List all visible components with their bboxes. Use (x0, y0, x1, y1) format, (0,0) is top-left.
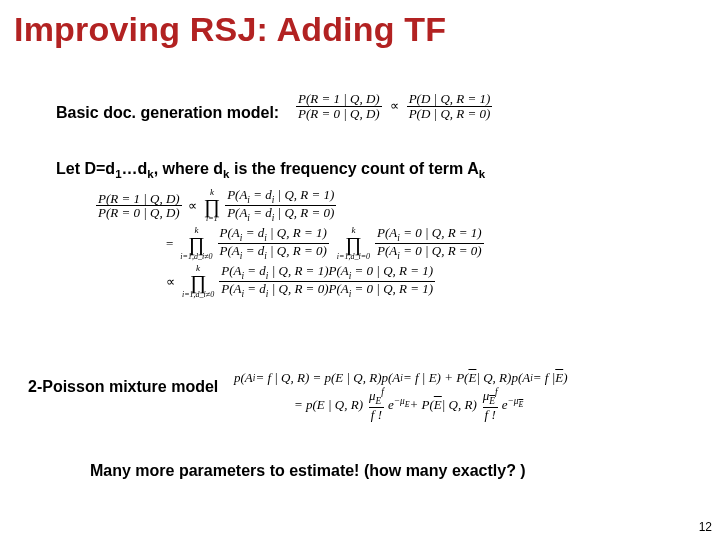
basic-model-label: Basic doc. generation model: (56, 104, 279, 122)
m3-ebar2: E (434, 397, 442, 413)
m2-prod2a: k ∏ i=1,d_i≠0 (180, 226, 212, 261)
m2-r2a-den: P(Ai = di | Q, R = 0) (218, 243, 329, 261)
m3-after: | Q, R) (442, 397, 477, 413)
m2-lhs-num: P(R = 1 | Q, D) (96, 192, 182, 206)
m3-row1: p(Ai = f | Q, R) = p(E | Q, R)p(Ai = f |… (234, 370, 568, 386)
math-basic-model: P(R = 1 | Q, D) P(R = 0 | Q, D) ∝ P(D | … (294, 92, 494, 120)
m3-e1: e−μE (388, 396, 410, 413)
m2-prod1-bot: i=1 (206, 215, 218, 223)
m2-lhs-den: P(R = 0 | Q, D) (96, 205, 182, 220)
m2-prod2a-bot: i=1,d_i≠0 (180, 253, 212, 261)
conclusion-label: Many more parameters to estimate! (how m… (90, 462, 526, 480)
mixture-label: 2-Poisson mixture model (28, 378, 218, 396)
m1-den1: P(R = 0 | Q, D) (296, 106, 382, 121)
m1-num1: P(R = 1 | Q, D) (296, 92, 382, 106)
m2-prop3: ∝ (166, 274, 175, 290)
m2-prod2b-bot: i=1,d_i=0 (337, 253, 370, 261)
let-d-subk3: k (479, 168, 485, 180)
m2-row3: ∝ k ∏ i=1,d_i≠0 P(Ai = di | Q, R = 1)P(A… (162, 264, 486, 300)
product-symbol-1: ∏ (204, 197, 220, 215)
m2-r1-num: P(Ai = di | Q, R = 1) (225, 188, 336, 205)
m2-r2b-num: P(Ai = 0 | Q, R = 1) (375, 226, 484, 243)
m2-r3-num: P(Ai = di | Q, R = 1)P(Ai = 0 | Q, R = 1… (219, 264, 435, 281)
product-symbol-2: ∏ (188, 235, 204, 253)
let-d-part1: Let D=d (56, 160, 115, 177)
prop-symbol: ∝ (390, 98, 399, 114)
product-symbol-4: ∏ (190, 273, 206, 291)
m2-prod3: k ∏ i=1,d_i≠0 (182, 264, 214, 299)
m3-f1-num: μEf (367, 388, 386, 407)
m2-r2b-den: P(Ai = 0 | Q, R = 0) (375, 243, 484, 261)
let-d-label: Let D=d1…dk, where dk is the frequency c… (56, 160, 485, 180)
let-d-mid1: …d (122, 160, 148, 177)
m2-row1: P(R = 1 | Q, D) P(R = 0 | Q, D) ∝ k ∏ i=… (94, 188, 486, 224)
m2-r1-den: P(Ai = di | Q, R = 0) (225, 205, 336, 223)
m3-f1-den: f ! (369, 407, 384, 422)
math-derivation: P(R = 1 | Q, D) P(R = 0 | Q, D) ∝ k ∏ i=… (94, 186, 486, 301)
slide: Improving RSJ: Adding TF Basic doc. gene… (0, 0, 720, 540)
let-d-mid2: , where d (154, 160, 223, 177)
m2-prod1: k ∏ i=1 (204, 188, 220, 223)
m3-e2: e−μE (502, 396, 524, 413)
m2-prod2b: k ∏ i=1,d_i=0 (337, 226, 370, 261)
m2-r3-den: P(Ai = di | Q, R = 0)P(Ai = 0 | Q, R = 1… (219, 281, 435, 299)
slide-title: Improving RSJ: Adding TF (14, 10, 446, 49)
m2-row2: = k ∏ i=1,d_i≠0 P(Ai = di | Q, R = 1) P(… (162, 226, 486, 262)
m2-prod3-bot: i=1,d_i≠0 (182, 291, 214, 299)
page-number: 12 (699, 520, 712, 534)
m2-prop1: ∝ (188, 198, 197, 214)
let-d-mid3: is the frequency count of term A (229, 160, 478, 177)
m2-eq: = (166, 236, 173, 252)
m3-f2-den: f ! (483, 407, 498, 422)
m3-row2: = p(E | Q, R) μEf f ! e−μE + P(E | Q, R)… (294, 388, 568, 421)
m3-f2-num: μEf (481, 388, 500, 407)
product-symbol-3: ∏ (345, 235, 361, 253)
math-poisson: p(Ai = f | Q, R) = p(E | Q, R)p(Ai = f |… (234, 368, 568, 423)
m3-eq: = p(E | Q, R) (294, 397, 363, 413)
m1-num2: P(D | Q, R = 1) (407, 92, 493, 106)
m1-den2: P(D | Q, R = 0) (407, 106, 493, 121)
m2-r2a-num: P(Ai = di | Q, R = 1) (218, 226, 329, 243)
m3-plus: + P( (410, 397, 434, 413)
